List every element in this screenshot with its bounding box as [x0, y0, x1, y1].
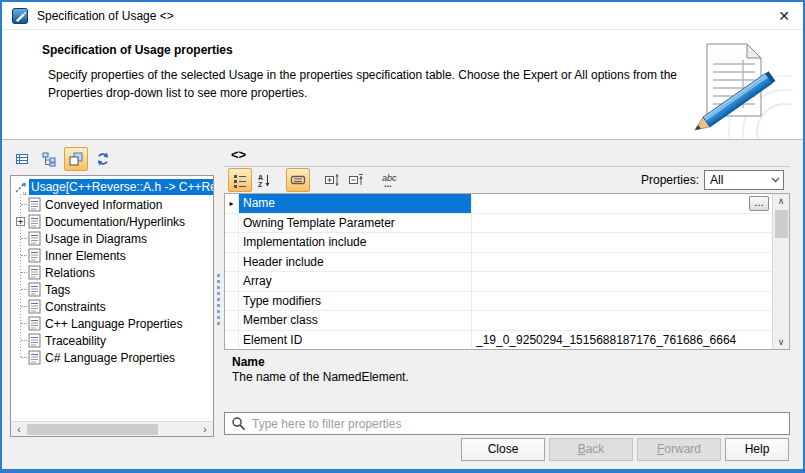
tree-item-conveyed-information[interactable]: Conveyed Information [13, 196, 213, 213]
property-description-panel: Name The name of the NamedElement. [224, 350, 790, 412]
tree-list: Conveyed Information + Documentation/Hyp… [13, 196, 213, 366]
tree-item-label: Tags [45, 283, 70, 297]
panel-splitter[interactable] [214, 146, 224, 437]
right-panel: <> A Z [224, 146, 790, 437]
tree-item-traceability[interactable]: Traceability [13, 332, 213, 349]
description-text: The name of the NamedElement. [232, 370, 790, 384]
tree-item-relations[interactable]: Relations [13, 264, 213, 281]
tree-connector [21, 272, 27, 273]
property-value[interactable] [472, 272, 772, 291]
refresh-icon[interactable] [91, 147, 115, 171]
filter-field[interactable] [224, 412, 790, 435]
tree-item-label: Traceability [45, 334, 106, 348]
property-value[interactable] [472, 253, 772, 272]
forward-button: Forward [637, 438, 721, 461]
row-marker-icon: ▸ [225, 194, 239, 213]
splitter-handle[interactable] [217, 274, 220, 328]
tree-item-inner-elements[interactable]: Inner Elements [13, 247, 213, 264]
document-pencil-icon [679, 38, 791, 138]
edit-dots-button[interactable]: … [749, 196, 769, 211]
table-row-header-include[interactable]: Header include [225, 253, 772, 273]
scroll-right-icon[interactable]: › [199, 423, 211, 436]
property-name: Member class [239, 311, 472, 330]
tree-root-node[interactable]: u Usage[C++Reverse::A.h -> C++Re [13, 178, 213, 196]
tree-content: u Usage[C++Reverse::A.h -> C++Re Conveye… [11, 176, 213, 421]
document-icon [28, 350, 41, 365]
document-icon [28, 214, 41, 229]
properties-toolbar: A Z [224, 166, 790, 193]
property-name: Implementation include [239, 233, 472, 252]
table-row-type-modifiers[interactable]: Type modifiers [225, 292, 772, 312]
tree-item-csharp-language-properties[interactable]: C# Language Properties [13, 349, 213, 366]
app-icon [12, 8, 28, 24]
expand-nodes-icon[interactable] [320, 168, 344, 192]
description-area-icon[interactable] [286, 168, 310, 192]
table-row-owning-template-parameter[interactable]: Owning Template Parameter [225, 214, 772, 234]
property-value[interactable] [472, 214, 772, 233]
tree-view-icon[interactable] [37, 147, 61, 171]
tree-root-label: Usage[C++Reverse::A.h -> C++Re [29, 179, 213, 195]
back-button: Back [549, 438, 633, 461]
table-row-array[interactable]: Array [225, 272, 772, 292]
table-row-member-class[interactable]: Member class [225, 311, 772, 331]
sort-alphabetically-icon[interactable]: A Z [252, 168, 276, 192]
document-icon [28, 299, 41, 314]
property-name: Type modifiers [239, 292, 472, 311]
property-value[interactable] [472, 311, 772, 330]
scrollbar-thumb[interactable] [775, 210, 788, 238]
collapse-nodes-icon[interactable] [344, 168, 368, 192]
tree-connector [21, 340, 27, 341]
property-name: Name [239, 194, 472, 213]
close-button[interactable]: Close [461, 438, 545, 461]
chevron-down-icon[interactable] [767, 171, 783, 189]
tree-connector [21, 255, 27, 256]
table-row-implementation-include[interactable]: Implementation include [225, 233, 772, 253]
properties-mode: Properties: All [641, 170, 788, 190]
help-button[interactable]: Help [725, 438, 789, 461]
tree-item-documentation-hyperlinks[interactable]: + Documentation/Hyperlinks [13, 213, 213, 230]
property-value[interactable] [472, 292, 772, 311]
table-row-name[interactable]: ▸ Name … [225, 194, 772, 214]
tree-item-usage-in-diagrams[interactable]: Usage in Diagrams [13, 230, 213, 247]
tree-item-label: Relations [45, 266, 95, 280]
tree-item-constraints[interactable]: Constraints [13, 298, 213, 315]
expand-plus-icon[interactable]: + [16, 217, 25, 226]
property-name: Array [239, 272, 472, 291]
pages-view-icon[interactable] [64, 147, 88, 171]
tree-connector [21, 238, 27, 239]
tree-horizontal-scrollbar[interactable]: ‹ › [11, 421, 213, 436]
properties-dropdown[interactable]: All [704, 170, 784, 190]
document-icon [28, 316, 41, 331]
tree-connector [21, 323, 27, 324]
categorized-view-icon[interactable] [228, 168, 252, 192]
scroll-down-icon[interactable]: ∨ [778, 335, 785, 349]
scrollbar-thumb[interactable] [27, 424, 158, 435]
tree-item-tags[interactable]: Tags [13, 281, 213, 298]
description-title: Name [232, 355, 790, 369]
filter-input[interactable] [252, 417, 783, 431]
scroll-left-icon[interactable]: ‹ [13, 423, 25, 436]
search-icon [231, 416, 246, 431]
table-row-element-id[interactable]: Element ID _19_0_9250294_1515688187176_7… [225, 331, 772, 350]
specification-dialog: Specification of Usage <> ✕ Specificatio… [0, 0, 805, 473]
tree-connector [21, 289, 27, 290]
table-view-icon[interactable] [10, 147, 34, 171]
window-title: Specification of Usage <> [37, 9, 174, 23]
svg-text:Z: Z [258, 181, 263, 188]
scroll-up-icon[interactable]: ∧ [778, 194, 785, 208]
svg-text:...: ... [384, 179, 392, 188]
tree-item-cpp-language-properties[interactable]: C++ Language Properties [13, 315, 213, 332]
property-value[interactable]: … [472, 194, 772, 213]
abc-icon[interactable]: abc ... [378, 168, 402, 192]
element-header: <> [224, 146, 790, 166]
property-name: Owning Template Parameter [239, 214, 472, 233]
button-bar: Close Back Forward Help [2, 437, 803, 469]
table-vertical-scrollbar[interactable]: ∧ ∨ [772, 194, 789, 349]
close-icon[interactable]: ✕ [773, 5, 795, 27]
svg-text:A: A [258, 174, 263, 181]
property-name: Element ID [239, 331, 472, 350]
tree-item-label: C# Language Properties [45, 351, 175, 365]
property-value[interactable]: _19_0_9250294_1515688187176_761686_6664 [472, 331, 772, 350]
left-panel: u Usage[C++Reverse::A.h -> C++Re Conveye… [10, 146, 214, 437]
property-value[interactable] [472, 233, 772, 252]
